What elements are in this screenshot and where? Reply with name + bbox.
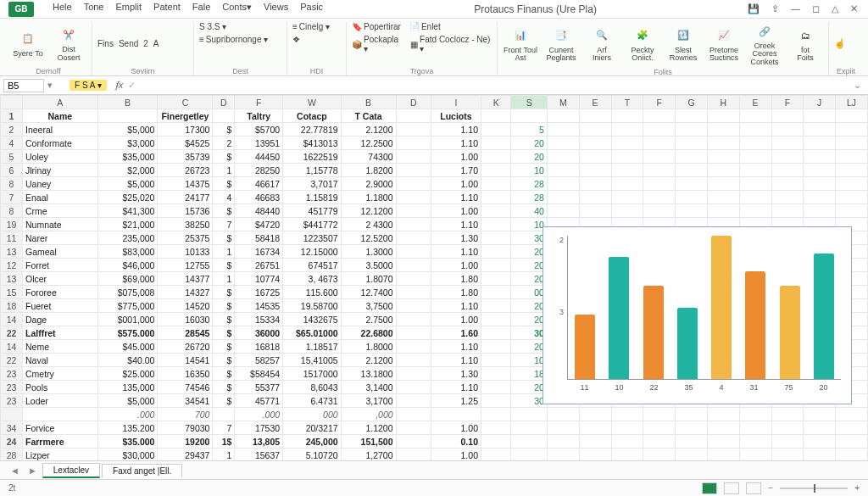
cell[interactable]: [643, 191, 676, 204]
cell[interactable]: $46,000: [97, 259, 158, 272]
cell[interactable]: [481, 408, 510, 421]
menu-item[interactable]: Pasic: [300, 2, 323, 17]
cell[interactable]: 1.15819: [283, 191, 342, 204]
cell[interactable]: [396, 177, 431, 191]
cell[interactable]: [481, 272, 510, 286]
column-header[interactable]: D: [396, 96, 431, 109]
cell[interactable]: 1.8070: [341, 272, 396, 286]
cell[interactable]: [579, 137, 611, 150]
cell[interactable]: Finergetley: [158, 109, 213, 123]
cell[interactable]: [836, 204, 868, 218]
cell[interactable]: [481, 421, 510, 435]
cell[interactable]: 15637: [235, 449, 283, 461]
row-header[interactable]: 24: [1, 435, 23, 449]
cell[interactable]: $: [213, 150, 235, 164]
cell[interactable]: [579, 123, 611, 137]
cell[interactable]: Jlrinay: [22, 164, 97, 177]
cell[interactable]: $2,000: [97, 164, 158, 177]
cell[interactable]: 74546: [158, 381, 213, 394]
cell[interactable]: 1.10: [431, 299, 481, 313]
cell[interactable]: [643, 421, 676, 435]
ribbon-big-button[interactable]: 🗂fotFoits: [787, 26, 823, 63]
cell[interactable]: 22.77819: [283, 123, 342, 137]
cell[interactable]: 1: [213, 272, 235, 286]
cell[interactable]: 12.15000: [283, 245, 342, 259]
cell[interactable]: $: [213, 123, 235, 137]
cell[interactable]: [396, 299, 431, 313]
cell[interactable]: 1,15778: [283, 164, 342, 177]
cell[interactable]: 46683: [235, 191, 283, 204]
cell[interactable]: [739, 164, 771, 177]
cell[interactable]: [771, 109, 804, 123]
cell[interactable]: 16350: [158, 367, 213, 381]
cell[interactable]: 3,7017: [283, 177, 342, 191]
cell[interactable]: [804, 204, 836, 218]
cell[interactable]: 1622519: [283, 150, 342, 164]
cell[interactable]: 12.2500: [341, 137, 396, 150]
cell[interactable]: [481, 123, 510, 137]
row-header[interactable]: 14: [1, 340, 23, 354]
cell[interactable]: [707, 109, 739, 123]
cell[interactable]: [481, 150, 510, 164]
cell[interactable]: .000: [97, 408, 158, 421]
cell[interactable]: [643, 150, 676, 164]
row-header[interactable]: 12: [1, 259, 23, 272]
row-header[interactable]: 19: [1, 218, 23, 231]
cell[interactable]: 1.00: [431, 421, 481, 435]
column-header[interactable]: [1, 96, 23, 109]
cell[interactable]: $5,000: [97, 123, 158, 137]
cell[interactable]: $45.000: [97, 340, 158, 354]
cell[interactable]: Pools: [22, 381, 97, 394]
cell[interactable]: 20/3217: [283, 421, 342, 435]
cell[interactable]: [611, 164, 643, 177]
column-header[interactable]: M: [547, 96, 579, 109]
cell[interactable]: 5: [511, 123, 548, 137]
cell[interactable]: [547, 435, 579, 449]
row-header[interactable]: 14: [1, 313, 23, 326]
app-button[interactable]: GB: [8, 2, 34, 17]
cell[interactable]: 1.25: [431, 394, 481, 408]
cell[interactable]: 19200: [158, 435, 213, 449]
cell[interactable]: $: [213, 286, 235, 299]
cell[interactable]: [707, 123, 739, 137]
cell[interactable]: [547, 123, 579, 137]
cell[interactable]: [481, 354, 510, 367]
cell[interactable]: 14375: [158, 177, 213, 191]
cell[interactable]: [611, 177, 643, 191]
cell[interactable]: [396, 204, 431, 218]
cell[interactable]: 14541: [158, 354, 213, 367]
cell[interactable]: [396, 164, 431, 177]
cell[interactable]: [771, 164, 804, 177]
cell[interactable]: [611, 204, 643, 218]
cell[interactable]: [836, 449, 868, 461]
cell[interactable]: 151,500: [341, 435, 396, 449]
cell[interactable]: [511, 421, 548, 435]
cell[interactable]: 16725: [235, 286, 283, 299]
cell[interactable]: [836, 109, 868, 123]
cell[interactable]: 28545: [158, 326, 213, 340]
cell[interactable]: [739, 449, 771, 461]
cell[interactable]: [396, 231, 431, 245]
font-style-buttons[interactable]: F S A ▾: [70, 80, 107, 91]
menu-item[interactable]: Emplit: [115, 2, 142, 17]
cell[interactable]: [676, 421, 708, 435]
cell[interactable]: [481, 177, 510, 191]
cell[interactable]: 1.30: [431, 367, 481, 381]
cell[interactable]: [579, 435, 611, 449]
indent-button[interactable]: ≡ Supribornonge ▾: [199, 35, 268, 44]
cell[interactable]: [611, 191, 643, 204]
cell[interactable]: [611, 408, 643, 421]
cell[interactable]: [707, 137, 739, 150]
column-header[interactable]: F: [643, 96, 676, 109]
column-header[interactable]: K: [481, 96, 510, 109]
cell[interactable]: .000: [235, 408, 283, 421]
row-header[interactable]: 8: [1, 204, 23, 218]
cell[interactable]: 24177: [158, 191, 213, 204]
cell[interactable]: 12755: [158, 259, 213, 272]
cell[interactable]: 0.10: [431, 435, 481, 449]
cell[interactable]: [676, 164, 708, 177]
tab-next-icon[interactable]: ►: [25, 465, 41, 476]
cell[interactable]: $575.000: [97, 326, 158, 340]
cell[interactable]: 1432675: [283, 313, 342, 326]
cell[interactable]: $: [213, 326, 235, 340]
